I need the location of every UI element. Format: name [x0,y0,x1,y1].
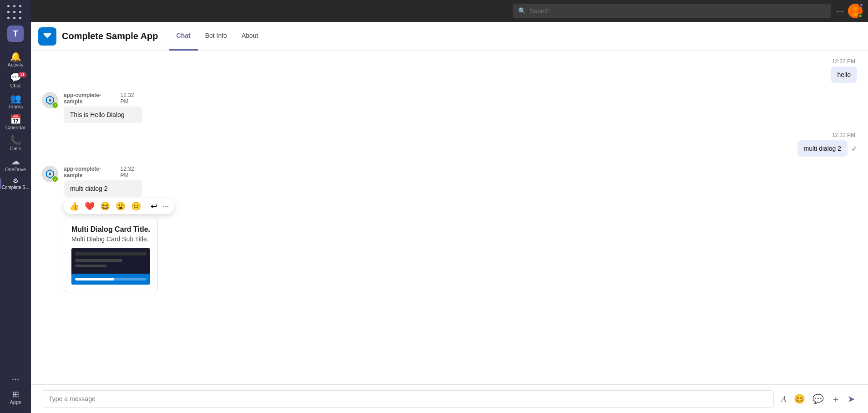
msg-content-1: app-complete-sample 12:32 PM This is Hel… [64,92,142,123]
card-title: Multi Dialog Card Title. [71,225,150,234]
sidebar-item-complete-s[interactable]: ⚙ Complete S... [0,175,31,193]
sidebar-item-calls[interactable]: 📞 Calls [0,133,31,154]
avatar-wrap [848,4,863,18]
send-button[interactable]: ➤ [846,392,857,406]
card-subtitle: Multi Dialog Card Sub Title. [71,235,150,243]
app-panel: Complete Sample App Chat Bot Info About … [31,22,868,413]
bot-check-1: ✓ [52,102,58,108]
message-multi-dialog-bot: ✓ app-complete-sample 12:32 PM multi dia… [42,166,857,292]
teams-logo: T [7,25,24,42]
sidebar-item-apps[interactable]: ⊞ Apps [0,388,31,408]
tab-chat[interactable]: Chat [169,22,198,51]
message-input-area: 𝐴 😊 💬 ＋ ➤ [31,384,868,413]
calls-icon: 📞 [10,136,21,145]
msg-sender-2: app-complete-sample [64,166,117,178]
msg-bubble-multi: multi dialog 2 [797,140,848,157]
svg-point-7 [49,173,51,175]
reaction-laugh[interactable]: 😆 [98,200,112,212]
calendar-label: Calendar [5,125,26,130]
bot-avatar-2: ✓ [42,166,58,182]
app-shell: 🔍 ··· [31,0,868,413]
card-image-bar [71,274,150,285]
svg-point-3 [49,99,51,102]
complete-s-label: Complete S... [2,185,30,190]
sidebar-item-chat[interactable]: 11 💬 Chat [0,70,31,91]
avatar-status [858,14,863,18]
msg-time-1: 12:32 PM [121,92,143,105]
teams-icon: 👥 [10,94,21,103]
emoji-button[interactable]: 😊 [792,392,807,406]
search-input[interactable] [530,7,826,15]
sidebar-item-onedrive[interactable]: ☁ OneDrive [0,154,31,175]
complete-s-icon: ⚙ [13,178,19,184]
msg-bubble-2: multi dialog 2 [64,180,142,197]
sidebar-item-calendar[interactable]: 📅 Calendar [0,112,31,133]
reaction-bar: 👍 ❤️ 😆 😮 😐 ↩ ··· [64,199,174,214]
chat-area: 12:32 PM hello ✓ [31,51,868,384]
app-tabs: Chat Bot Info About [169,22,266,51]
activity-label: Activity [8,62,24,67]
msg-time-hello: 12:32 PM [832,58,857,65]
reaction-more[interactable]: ··· [161,201,171,211]
attach-button[interactable]: ＋ [829,391,842,407]
svg-point-5 [51,99,52,100]
chat-label: Chat [10,83,20,88]
svg-point-4 [48,99,49,100]
reaction-separator [146,202,146,211]
message-input[interactable] [42,390,774,408]
onedrive-icon: ☁ [11,157,20,166]
msg-content-2: app-complete-sample 12:32 PM multi dialo… [64,166,142,197]
chat-badge: 11 [18,72,26,77]
top-bar: 🔍 ··· [31,0,868,22]
tab-about[interactable]: About [234,22,266,51]
svg-point-9 [51,173,52,174]
card-image [71,248,150,285]
card-wrap: Multi Dialog Card Title. Multi Dialog Ca… [64,218,158,292]
msg-time-multi: 12:32 PM [832,132,857,138]
search-box[interactable]: 🔍 [513,4,831,18]
sidebar-item-activity[interactable]: 🔔 Activity [0,49,31,70]
message-hello: 12:32 PM hello [42,58,857,83]
calls-label: Calls [10,146,21,151]
rail-bottom: ··· ⊞ Apps [0,371,31,413]
apps-icon: ⊞ [12,390,19,398]
app-launcher[interactable] [7,4,24,20]
activity-icon: 🔔 [10,52,21,61]
tab-botinfo[interactable]: Bot Info [198,22,234,51]
msg-meta-2: app-complete-sample 12:32 PM [64,166,142,178]
search-icon: 🔍 [518,7,526,15]
reaction-reply[interactable]: ↩ [149,200,159,212]
app-title: Complete Sample App [62,31,158,41]
reaction-neutral[interactable]: 😐 [129,200,143,212]
sidebar-item-teams[interactable]: 👥 Teams [0,91,31,112]
notification-dot [859,3,863,7]
settings-ellipsis[interactable]: ··· [837,6,843,16]
message-hello-dialog: ✓ app-complete-sample 12:32 PM This is H… [42,92,857,123]
bot-avatar-1: ✓ [42,92,58,108]
msg-sender-1: app-complete-sample [64,92,117,105]
format-button[interactable]: 𝐴 [779,392,788,406]
svg-point-0 [853,7,858,11]
input-actions: 𝐴 😊 💬 ＋ ➤ [779,391,857,407]
message-multi-dialog: 12:32 PM multi dialog 2 ✓ [42,132,857,157]
reaction-heart[interactable]: ❤️ [83,200,96,212]
reaction-surprised[interactable]: 😮 [114,200,127,212]
msg-bubble-1: This is Hello Dialog [64,107,142,123]
calendar-icon: 📅 [10,115,21,124]
msg-meta-1: app-complete-sample 12:32 PM [64,92,142,105]
loop-button[interactable]: 💬 [811,392,826,406]
adaptive-card: Multi Dialog Card Title. Multi Dialog Ca… [64,218,158,292]
msg-time-2: 12:32 PM [121,166,143,178]
reaction-thumbsup[interactable]: 👍 [67,200,81,212]
onedrive-label: OneDrive [5,167,26,172]
svg-point-8 [48,173,49,174]
more-icon: ··· [12,373,20,384]
app-header: Complete Sample App Chat Bot Info About [31,22,868,51]
bot-check-2: ✓ [52,176,58,182]
app-icon [38,27,56,46]
sent-check-icon: ✓ [851,144,857,153]
top-bar-right: ··· [837,4,863,18]
sidebar-item-more[interactable]: ··· [0,371,31,387]
main-content: Complete Sample App Chat Bot Info About … [31,22,868,413]
left-rail: T 🔔 Activity 11 💬 Chat 👥 Teams 📅 Calenda… [0,0,31,413]
